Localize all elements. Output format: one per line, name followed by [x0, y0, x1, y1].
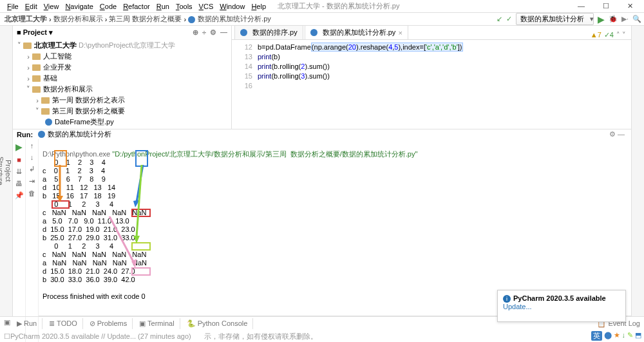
svg-line-4 [137, 165, 142, 237]
wrap-icon[interactable]: ↲ [29, 165, 35, 173]
warnings-badge[interactable]: ▲7 [591, 31, 601, 39]
toast-update-link[interactable]: Update... [503, 303, 620, 310]
window-title: 北京理工大学 - 数据的累加统计分析.py [274, 1, 402, 11]
tray-icon-5[interactable]: ⬒ [635, 331, 641, 341]
maximize-icon[interactable]: ☐ [600, 2, 612, 10]
crumb-2[interactable]: 第三周 数据分析之概要 [107, 14, 184, 24]
menu-view[interactable]: View [41, 3, 62, 10]
sidebar-structure[interactable]: Structure [0, 157, 5, 185]
more-run-icon[interactable]: ▶· [621, 15, 629, 23]
print-icon[interactable]: 🖶 [15, 180, 23, 187]
trash-icon[interactable]: 🗑 [28, 189, 35, 197]
toast-title: PyCharm 2020.3.5 available [513, 294, 606, 302]
menu-file[interactable]: File [4, 3, 22, 10]
crumb-3[interactable]: 数据的累加统计分析.py [186, 14, 273, 24]
tray-icon-3[interactable]: ↓ [622, 331, 626, 341]
ok-badge[interactable]: ✓4 [604, 31, 614, 39]
debug-button[interactable]: 🐞 [609, 15, 618, 23]
editor-tab-1[interactable]: 数据的累加统计分析.py× [305, 25, 408, 39]
stop-icon[interactable]: ■ [17, 156, 21, 164]
collapse-icon[interactable]: ⊕ [193, 28, 198, 37]
rerun-icon[interactable]: ▶ [15, 142, 23, 152]
project-title[interactable]: ■ Project ▾ [17, 28, 53, 37]
menu-window[interactable]: Window [216, 3, 248, 10]
code-area[interactable]: 1213141516 b=pd.DataFrame(np.arange(20).… [232, 40, 631, 129]
menu-help[interactable]: Help [248, 3, 269, 10]
pin-icon[interactable]: 📌 [15, 191, 24, 200]
scroll-icon[interactable]: ⇊ [16, 167, 22, 176]
tray-icon-1[interactable]: ⬤ [604, 331, 612, 341]
svg-marker-3 [133, 200, 140, 207]
close-icon[interactable]: ✕ [624, 2, 636, 10]
info-icon: i [503, 295, 511, 303]
sidebar-project[interactable]: Project [5, 160, 12, 182]
hide-icon[interactable]: — [220, 28, 227, 37]
menu-bar: File Edit View Navigate Code Refactor Ru… [0, 0, 644, 13]
right-gutter [631, 26, 644, 316]
down-icon[interactable]: ↓ [30, 153, 34, 161]
menu-navigate[interactable]: Navigate [62, 3, 96, 10]
minimize-icon[interactable]: — [574, 2, 588, 10]
run-tab[interactable]: 数据的累加统计分析 [48, 129, 111, 139]
menu-vcs[interactable]: VCS [196, 3, 217, 10]
export-icon[interactable]: ⇥ [29, 177, 35, 185]
git-icon[interactable]: ↙ [497, 15, 502, 23]
up-icon[interactable]: ↑ [30, 142, 34, 149]
left-gutter: Project Structure Favorites [0, 26, 13, 316]
editor: 数据的排序.py 数据的累加统计分析.py× ▲7 ✓4 ˄ ˅ 1213141… [232, 26, 631, 129]
breadcrumb: 北京理工大学› 数据分析和展示› 第三周 数据分析之概要› 数据的累加统计分析.… [0, 13, 644, 26]
ime-icon[interactable]: 英 [591, 331, 602, 341]
annot-lime [131, 242, 151, 251]
run-button[interactable]: ▶ [598, 14, 605, 24]
menu-run[interactable]: Run [153, 3, 173, 10]
run-config-dropdown[interactable]: 数据的累加统计分析 [516, 13, 594, 25]
menu-code[interactable]: Code [97, 3, 120, 10]
project-tree[interactable]: ˅北京理工大学D:\pythonProject\北京理工大学 ›人工智能 ›企业… [13, 39, 231, 129]
arrow-blue [117, 165, 149, 210]
status-run[interactable]: ▶ Run [12, 318, 43, 329]
menu-edit[interactable]: Edit [22, 3, 41, 10]
gear-icon[interactable]: ⚙ [210, 28, 216, 37]
tray-icon-4[interactable]: ✎ [627, 331, 633, 341]
search-icon[interactable]: 🔍 [632, 15, 641, 23]
menu-refactor[interactable]: Refactor [120, 3, 153, 10]
crumb-0[interactable]: 北京理工大学 [3, 14, 49, 24]
run-panel: Run: 数据的累加统计分析 ⚙ — ▶ ■ ⇊ 🖶 📌 ↑ ↓ ↲ ⇥ 🗑 [13, 129, 631, 316]
git-branch-icon[interactable]: ✓ [506, 15, 512, 23]
crumb-1[interactable]: 数据分析和展示 [52, 14, 105, 24]
tray-icon-2[interactable]: ★ [614, 331, 620, 341]
status-square-icon[interactable]: ▣ [4, 318, 10, 329]
run-label: Run: [17, 131, 33, 138]
target-icon[interactable]: ÷ [202, 28, 206, 37]
run-gear-icon[interactable]: ⚙ — [607, 130, 627, 138]
editor-tab-0[interactable]: 数据的排序.py [234, 25, 303, 39]
project-pane: ■ Project ▾ ⊕ ÷ ⚙ — ˅北京理工大学D:\pythonProj… [13, 26, 232, 129]
svg-line-2 [137, 165, 143, 202]
menu-tools[interactable]: Tools [173, 3, 196, 10]
update-toast: iPyCharm 2020.3.5 available Update... [497, 290, 626, 322]
